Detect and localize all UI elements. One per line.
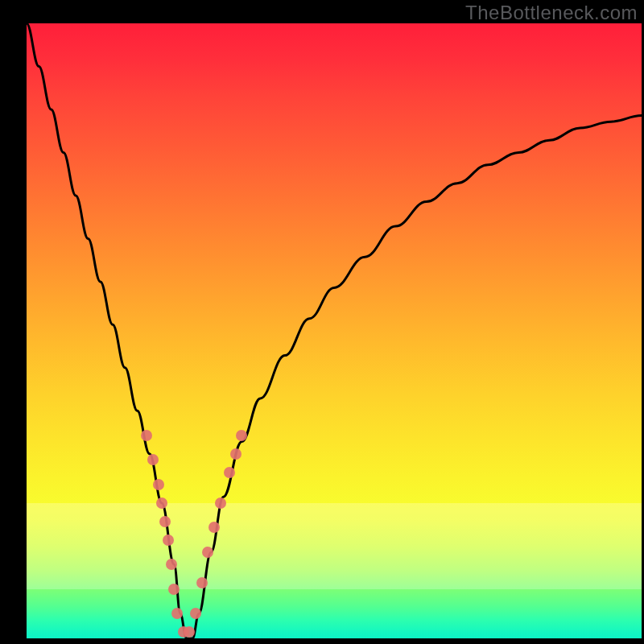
chart-dot — [208, 522, 220, 533]
chart-dot — [147, 454, 159, 465]
chart-dot — [178, 626, 189, 638]
chart-dot — [163, 535, 174, 546]
chart-dot — [141, 430, 152, 441]
chart-dot — [190, 608, 201, 619]
chart-curve — [27, 23, 642, 638]
chart-plot-area — [27, 23, 642, 638]
chart-dot — [224, 467, 235, 478]
chart-dot — [166, 559, 177, 570]
chart-dot — [153, 479, 164, 490]
chart-dot — [168, 584, 180, 595]
chart-dot — [236, 430, 247, 441]
chart-dot — [184, 626, 195, 638]
highlight-band — [27, 503, 642, 589]
chart-dot — [202, 547, 213, 558]
chart-dot — [196, 577, 208, 588]
chart-dot — [156, 497, 167, 509]
watermark-text: TheBottleneck.com — [465, 2, 638, 24]
chart-dot — [159, 516, 171, 527]
chart-frame: TheBottleneck.com — [0, 0, 644, 644]
chart-dot — [171, 608, 183, 619]
chart-dot — [215, 497, 226, 509]
chart-dot — [230, 448, 242, 460]
